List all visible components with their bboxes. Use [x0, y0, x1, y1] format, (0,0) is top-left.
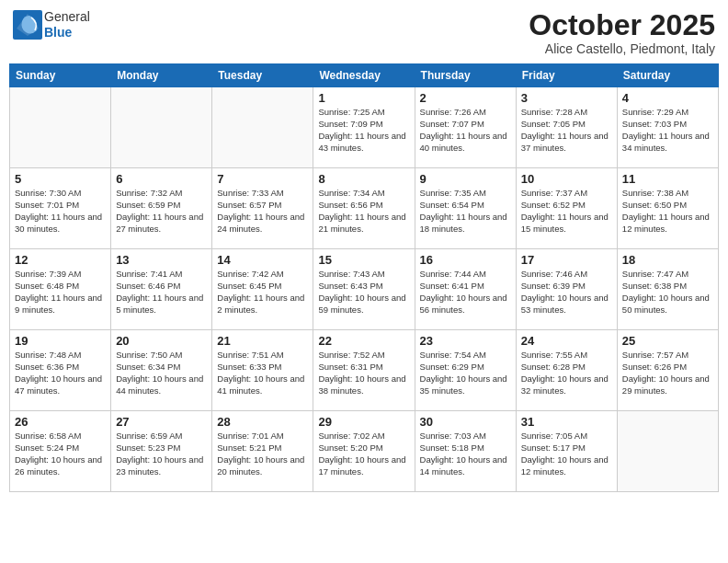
calendar-cell: 30Sunrise: 7:03 AM Sunset: 5:18 PM Dayli… [415, 411, 516, 492]
day-number: 15 [318, 253, 409, 267]
day-number: 19 [15, 334, 106, 348]
calendar-week-row: 19Sunrise: 7:48 AM Sunset: 6:36 PM Dayli… [10, 330, 719, 411]
calendar-cell: 21Sunrise: 7:51 AM Sunset: 6:33 PM Dayli… [212, 330, 313, 411]
calendar-cell: 19Sunrise: 7:48 AM Sunset: 6:36 PM Dayli… [10, 330, 111, 411]
day-info: Sunrise: 7:44 AM Sunset: 6:41 PM Dayligh… [420, 269, 511, 316]
day-number: 6 [116, 172, 207, 186]
calendar-cell: 18Sunrise: 7:47 AM Sunset: 6:38 PM Dayli… [617, 249, 718, 330]
day-info: Sunrise: 7:43 AM Sunset: 6:43 PM Dayligh… [318, 269, 409, 316]
calendar-cell: 2Sunrise: 7:26 AM Sunset: 7:07 PM Daylig… [415, 87, 516, 168]
weekday-header-tuesday: Tuesday [212, 64, 313, 87]
calendar-cell: 26Sunrise: 6:58 AM Sunset: 5:24 PM Dayli… [10, 411, 111, 492]
calendar-week-row: 26Sunrise: 6:58 AM Sunset: 5:24 PM Dayli… [10, 411, 719, 492]
day-info: Sunrise: 7:39 AM Sunset: 6:48 PM Dayligh… [15, 269, 106, 316]
day-info: Sunrise: 7:34 AM Sunset: 6:56 PM Dayligh… [318, 188, 409, 235]
calendar-cell: 14Sunrise: 7:42 AM Sunset: 6:45 PM Dayli… [212, 249, 313, 330]
day-info: Sunrise: 7:33 AM Sunset: 6:57 PM Dayligh… [217, 188, 308, 235]
day-number: 25 [622, 334, 713, 348]
day-number: 8 [318, 172, 409, 186]
day-info: Sunrise: 7:37 AM Sunset: 6:52 PM Dayligh… [521, 188, 612, 235]
calendar-cell: 7Sunrise: 7:33 AM Sunset: 6:57 PM Daylig… [212, 168, 313, 249]
day-number: 2 [420, 91, 511, 105]
day-number: 17 [521, 253, 612, 267]
weekday-header-wednesday: Wednesday [313, 64, 415, 87]
calendar-cell: 29Sunrise: 7:02 AM Sunset: 5:20 PM Dayli… [313, 411, 415, 492]
calendar-cell: 23Sunrise: 7:54 AM Sunset: 6:29 PM Dayli… [415, 330, 516, 411]
weekday-header-thursday: Thursday [415, 64, 516, 87]
calendar-cell: 12Sunrise: 7:39 AM Sunset: 6:48 PM Dayli… [10, 249, 111, 330]
day-number: 23 [420, 334, 511, 348]
day-info: Sunrise: 7:30 AM Sunset: 7:01 PM Dayligh… [15, 188, 106, 235]
day-number: 10 [521, 172, 612, 186]
day-number: 20 [116, 334, 207, 348]
day-number: 24 [521, 334, 612, 348]
calendar-cell: 25Sunrise: 7:57 AM Sunset: 6:26 PM Dayli… [617, 330, 718, 411]
location-subtitle: Alice Castello, Piedmont, Italy [529, 41, 715, 56]
day-info: Sunrise: 7:35 AM Sunset: 6:54 PM Dayligh… [420, 188, 511, 235]
day-info: Sunrise: 7:03 AM Sunset: 5:18 PM Dayligh… [420, 431, 511, 477]
day-number: 30 [420, 415, 511, 429]
day-info: Sunrise: 7:57 AM Sunset: 6:26 PM Dayligh… [622, 350, 713, 396]
calendar-week-row: 5Sunrise: 7:30 AM Sunset: 7:01 PM Daylig… [10, 168, 719, 249]
calendar-cell: 1Sunrise: 7:25 AM Sunset: 7:09 PM Daylig… [313, 87, 415, 168]
title-block: October 2025 Alice Castello, Piedmont, I… [529, 9, 715, 56]
calendar-cell: 28Sunrise: 7:01 AM Sunset: 5:21 PM Dayli… [212, 411, 313, 492]
calendar-week-row: 12Sunrise: 7:39 AM Sunset: 6:48 PM Dayli… [10, 249, 719, 330]
logo-text: General Blue [44, 9, 90, 40]
day-number: 27 [116, 415, 207, 429]
calendar-cell [617, 411, 718, 492]
day-number: 29 [318, 415, 409, 429]
logo: General Blue [13, 9, 90, 40]
day-number: 18 [622, 253, 713, 267]
calendar-cell [10, 87, 111, 168]
day-number: 14 [217, 253, 308, 267]
day-info: Sunrise: 7:05 AM Sunset: 5:17 PM Dayligh… [521, 431, 612, 477]
day-number: 9 [420, 172, 511, 186]
day-number: 4 [622, 91, 713, 105]
day-number: 12 [15, 253, 106, 267]
calendar-cell: 11Sunrise: 7:38 AM Sunset: 6:50 PM Dayli… [617, 168, 718, 249]
weekday-header-monday: Monday [111, 64, 212, 87]
calendar-cell: 15Sunrise: 7:43 AM Sunset: 6:43 PM Dayli… [313, 249, 415, 330]
day-number: 11 [622, 172, 713, 186]
calendar-cell: 17Sunrise: 7:46 AM Sunset: 6:39 PM Dayli… [516, 249, 617, 330]
logo-icon [13, 10, 42, 40]
day-info: Sunrise: 6:58 AM Sunset: 5:24 PM Dayligh… [15, 431, 106, 477]
day-info: Sunrise: 7:52 AM Sunset: 6:31 PM Dayligh… [318, 350, 409, 396]
day-number: 22 [318, 334, 409, 348]
day-info: Sunrise: 6:59 AM Sunset: 5:23 PM Dayligh… [116, 431, 207, 477]
weekday-header-row: SundayMondayTuesdayWednesdayThursdayFrid… [10, 64, 719, 87]
day-info: Sunrise: 7:01 AM Sunset: 5:21 PM Dayligh… [217, 431, 308, 477]
day-number: 31 [521, 415, 612, 429]
day-info: Sunrise: 7:28 AM Sunset: 7:05 PM Dayligh… [521, 107, 612, 154]
day-info: Sunrise: 7:51 AM Sunset: 6:33 PM Dayligh… [217, 350, 308, 396]
calendar-cell: 20Sunrise: 7:50 AM Sunset: 6:34 PM Dayli… [111, 330, 212, 411]
day-info: Sunrise: 7:47 AM Sunset: 6:38 PM Dayligh… [622, 269, 713, 316]
calendar-cell: 16Sunrise: 7:44 AM Sunset: 6:41 PM Dayli… [415, 249, 516, 330]
day-info: Sunrise: 7:42 AM Sunset: 6:45 PM Dayligh… [217, 269, 308, 316]
weekday-header-friday: Friday [516, 64, 617, 87]
calendar-cell [111, 87, 212, 168]
calendar-cell: 31Sunrise: 7:05 AM Sunset: 5:17 PM Dayli… [516, 411, 617, 492]
day-info: Sunrise: 7:48 AM Sunset: 6:36 PM Dayligh… [15, 350, 106, 396]
calendar-week-row: 1Sunrise: 7:25 AM Sunset: 7:09 PM Daylig… [10, 87, 719, 168]
day-info: Sunrise: 7:26 AM Sunset: 7:07 PM Dayligh… [420, 107, 511, 154]
weekday-header-saturday: Saturday [617, 64, 718, 87]
day-number: 16 [420, 253, 511, 267]
month-title: October 2025 [529, 9, 715, 41]
page-header: General Blue October 2025 Alice Castello… [9, 9, 719, 56]
day-info: Sunrise: 7:25 AM Sunset: 7:09 PM Dayligh… [318, 107, 409, 154]
calendar-cell: 24Sunrise: 7:55 AM Sunset: 6:28 PM Dayli… [516, 330, 617, 411]
calendar-cell: 3Sunrise: 7:28 AM Sunset: 7:05 PM Daylig… [516, 87, 617, 168]
day-info: Sunrise: 7:50 AM Sunset: 6:34 PM Dayligh… [116, 350, 207, 396]
day-number: 5 [15, 172, 106, 186]
day-number: 3 [521, 91, 612, 105]
weekday-header-sunday: Sunday [10, 64, 111, 87]
day-number: 13 [116, 253, 207, 267]
day-number: 28 [217, 415, 308, 429]
day-info: Sunrise: 7:02 AM Sunset: 5:20 PM Dayligh… [318, 431, 409, 477]
day-number: 26 [15, 415, 106, 429]
day-info: Sunrise: 7:54 AM Sunset: 6:29 PM Dayligh… [420, 350, 511, 396]
calendar-cell: 5Sunrise: 7:30 AM Sunset: 7:01 PM Daylig… [10, 168, 111, 249]
calendar-cell: 13Sunrise: 7:41 AM Sunset: 6:46 PM Dayli… [111, 249, 212, 330]
